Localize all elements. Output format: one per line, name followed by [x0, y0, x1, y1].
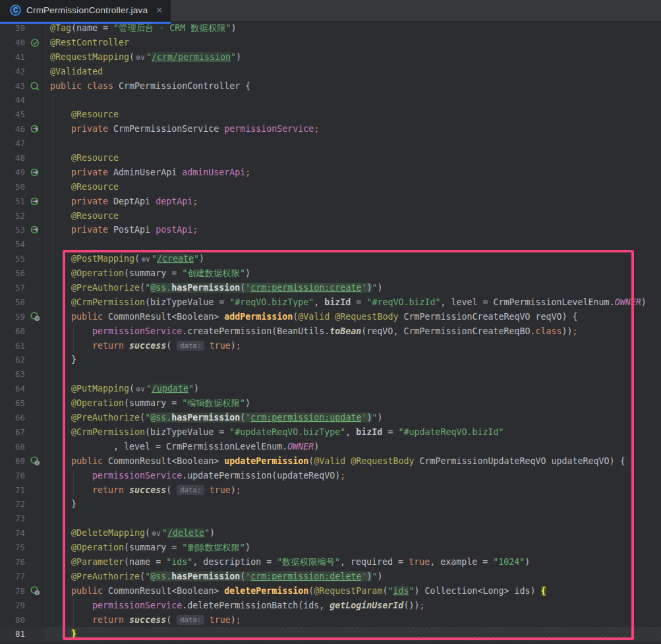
line-number[interactable]: 72: [0, 497, 25, 512]
line-number[interactable]: 68: [0, 440, 25, 454]
code-line[interactable]: 59 public CommonResult<Boolean> addPermi…: [0, 310, 661, 324]
code-link[interactable]: /crm/permission: [152, 52, 231, 62]
code-text[interactable]: }: [46, 627, 661, 641]
code-line[interactable]: 56 @Operation(summary = "创建数据权限"): [0, 266, 661, 281]
code-text[interactable]: @PreAuthorize("@ss.hasPermission('crm:pe…: [46, 570, 661, 584]
line-number[interactable]: 63: [0, 367, 25, 382]
line-number[interactable]: 79: [0, 599, 25, 613]
endpoint-icon[interactable]: [30, 586, 40, 597]
editor-gutter[interactable]: 77: [0, 570, 46, 584]
code-text[interactable]: @PostMapping(⊕∨"/create"): [46, 252, 661, 266]
autowired-bean-icon[interactable]: [30, 225, 40, 235]
code-link[interactable]: crm:permission:delete: [250, 571, 361, 581]
code-line[interactable]: 78 public CommonResult<Boolean> deletePe…: [0, 584, 661, 599]
editor-gutter[interactable]: 48: [0, 151, 46, 165]
code-text[interactable]: [46, 367, 661, 382]
code-link[interactable]: crm:permission:update: [250, 413, 361, 423]
code-line[interactable]: 77 @PreAuthorize("@ss.hasPermission('crm…: [0, 570, 661, 584]
code-line[interactable]: 53 private PostApi postApi;: [0, 223, 661, 237]
line-number[interactable]: 40: [0, 36, 25, 50]
code-text[interactable]: @Operation(summary = "创建数据权限"): [46, 266, 661, 281]
code-text[interactable]: , level = CrmPermissionLevelEnum.OWNER): [46, 440, 661, 454]
code-line[interactable]: 79 permissionService.deletePermissionBat…: [0, 599, 661, 613]
code-line[interactable]: 61 return success( data: true);: [0, 339, 661, 353]
code-text[interactable]: @PreAuthorize("@ss.hasPermission('crm:pe…: [46, 411, 661, 425]
editor-gutter[interactable]: 45: [0, 107, 46, 122]
spring-bean-icon[interactable]: [30, 81, 40, 92]
editor-gutter[interactable]: 67: [0, 425, 46, 440]
code-text[interactable]: @PreAuthorize("@ss.hasPermission('crm:pe…: [46, 281, 661, 295]
code-line[interactable]: 65 @Operation(summary = "编辑数据权限"): [0, 396, 661, 411]
code-text[interactable]: return success( data: true);: [46, 483, 661, 498]
editor-gutter[interactable]: 61: [0, 339, 46, 353]
line-number[interactable]: 53: [0, 223, 25, 237]
editor-gutter[interactable]: 51: [0, 194, 46, 209]
code-text[interactable]: return success( data: true);: [46, 339, 661, 353]
line-number[interactable]: 51: [0, 194, 25, 209]
autowired-bean-icon[interactable]: [30, 167, 40, 178]
editor-gutter[interactable]: 64: [0, 382, 46, 396]
code-line[interactable]: 50 @Resource: [0, 180, 661, 194]
editor-gutter[interactable]: 75: [0, 541, 46, 555]
editor-gutter[interactable]: 49: [0, 165, 46, 180]
code-text[interactable]: }: [46, 497, 661, 512]
line-number[interactable]: 41: [0, 50, 25, 65]
line-number[interactable]: 60: [0, 324, 25, 339]
line-number[interactable]: 47: [0, 136, 25, 151]
editor-gutter[interactable]: 50: [0, 180, 46, 194]
code-text[interactable]: return success( data: true);: [46, 613, 661, 628]
close-tab-icon[interactable]: ✕: [156, 5, 163, 15]
code-line[interactable]: 63: [0, 367, 661, 382]
spring-check-icon[interactable]: [30, 38, 40, 48]
line-number[interactable]: 55: [0, 252, 25, 266]
line-number[interactable]: 70: [0, 469, 25, 483]
editor-gutter[interactable]: 46: [0, 122, 46, 136]
code-line[interactable]: 76 @Parameter(name = "ids", description …: [0, 555, 661, 570]
code-line[interactable]: 47: [0, 136, 661, 151]
code-text[interactable]: permissionService.createPermission(BeanU…: [46, 324, 661, 339]
endpoint-icon[interactable]: [30, 312, 40, 322]
editor-gutter[interactable]: 79: [0, 599, 46, 613]
editor-gutter[interactable]: 71: [0, 483, 46, 498]
editor-gutter[interactable]: 76: [0, 555, 46, 570]
code-line[interactable]: 68 , level = CrmPermissionLevelEnum.OWNE…: [0, 440, 661, 454]
editor-gutter[interactable]: 65: [0, 396, 46, 411]
editor-gutter[interactable]: 47: [0, 136, 46, 151]
code-line[interactable]: 54: [0, 237, 661, 252]
autowired-bean-icon[interactable]: [30, 196, 40, 207]
line-number[interactable]: 42: [0, 65, 25, 79]
line-number[interactable]: 66: [0, 411, 25, 425]
editor-gutter[interactable]: 44: [0, 93, 46, 107]
code-link[interactable]: /delete: [167, 528, 204, 538]
editor-gutter[interactable]: 63: [0, 367, 46, 382]
code-text[interactable]: @Resource: [46, 151, 661, 165]
line-number[interactable]: 80: [0, 613, 25, 628]
code-line[interactable]: 69 public CommonResult<Boolean> updatePe…: [0, 454, 661, 469]
code-text[interactable]: @Validated: [46, 65, 661, 79]
code-line[interactable]: 64 @PutMapping(⊕∨"/update"): [0, 382, 661, 396]
code-text[interactable]: @RequestMapping(⊕∨"/crm/permission"): [46, 50, 661, 65]
code-line[interactable]: 52 @Resource: [0, 209, 661, 223]
code-line[interactable]: 80 return success( data: true);: [0, 613, 661, 628]
editor-gutter[interactable]: 78: [0, 584, 46, 599]
code-editor[interactable]: 39@Tag(name = "管理后台 - CRM 数据权限")40@RestC…: [0, 21, 661, 641]
line-number[interactable]: 81: [0, 627, 25, 641]
code-line[interactable]: 45 @Resource: [0, 107, 661, 122]
line-number[interactable]: 48: [0, 151, 25, 165]
code-text[interactable]: @Operation(summary = "编辑数据权限"): [46, 396, 661, 411]
code-line[interactable]: 75 @Operation(summary = "删除数据权限"): [0, 541, 661, 555]
line-number[interactable]: 65: [0, 396, 25, 411]
line-number[interactable]: 61: [0, 339, 25, 353]
tab-crmpermissioncontroller-java[interactable]: C CrmPermissionController.java ✕: [0, 0, 171, 24]
editor-gutter[interactable]: 52: [0, 209, 46, 223]
code-text[interactable]: [46, 237, 661, 252]
line-number[interactable]: 54: [0, 237, 25, 252]
line-number[interactable]: 46: [0, 122, 25, 136]
code-line[interactable]: 66 @PreAuthorize("@ss.hasPermission('crm…: [0, 411, 661, 425]
line-number[interactable]: 45: [0, 107, 25, 122]
line-number[interactable]: 69: [0, 454, 25, 469]
code-text[interactable]: @PutMapping(⊕∨"/update"): [46, 382, 661, 396]
code-line[interactable]: 48 @Resource: [0, 151, 661, 165]
code-text[interactable]: permissionService.updatePermission(updat…: [46, 469, 661, 483]
line-number[interactable]: 52: [0, 209, 25, 223]
